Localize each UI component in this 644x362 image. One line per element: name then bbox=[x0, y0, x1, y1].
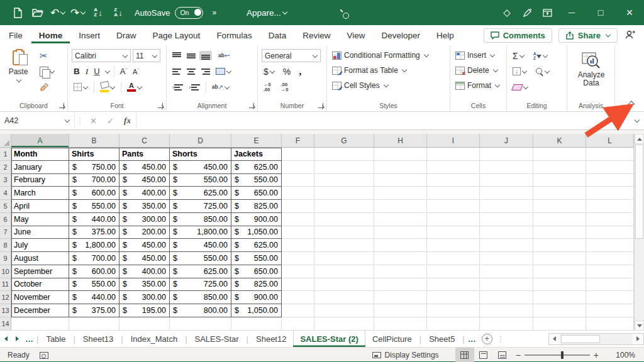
cell-H7[interactable] bbox=[374, 226, 427, 239]
cell-H11[interactable] bbox=[374, 278, 427, 292]
formula-input[interactable] bbox=[136, 112, 629, 129]
align-left-button[interactable] bbox=[170, 67, 183, 76]
cell-K10[interactable] bbox=[533, 265, 586, 278]
cell-E4[interactable]: $650.00 bbox=[231, 187, 282, 200]
paste-button[interactable]: Paste bbox=[4, 48, 33, 99]
top-align-button[interactable] bbox=[170, 51, 183, 60]
cell-I12[interactable] bbox=[427, 291, 480, 304]
cell-G11[interactable] bbox=[314, 278, 374, 292]
cell-A10[interactable]: September bbox=[11, 265, 69, 278]
cell-F9[interactable] bbox=[282, 252, 314, 265]
col-header-J[interactable]: J bbox=[480, 134, 533, 148]
cell-K9[interactable] bbox=[533, 252, 586, 265]
cell-H4[interactable] bbox=[374, 187, 427, 200]
row-header-9[interactable]: 9 bbox=[0, 252, 11, 265]
cell-H12[interactable] bbox=[374, 291, 427, 304]
cell-K12[interactable] bbox=[533, 291, 586, 304]
accounting-format-button[interactable]: $ bbox=[262, 66, 277, 77]
delete-cells-button[interactable]: Delete bbox=[454, 63, 503, 78]
insert-function-button[interactable]: fx bbox=[119, 112, 136, 129]
cell-B7[interactable]: $375.00 bbox=[69, 226, 119, 239]
cell-K6[interactable] bbox=[533, 213, 586, 226]
sheet-tab-sales-star-2[interactable]: SALES-Star (2) bbox=[293, 331, 365, 347]
cell-J14[interactable] bbox=[480, 317, 533, 331]
macro-record-button[interactable] bbox=[40, 352, 48, 359]
cell-G10[interactable] bbox=[314, 265, 374, 278]
cell-G4[interactable] bbox=[314, 187, 374, 200]
cell-F1[interactable] bbox=[282, 148, 314, 161]
cell-C2[interactable]: $450.00 bbox=[119, 161, 170, 174]
wrap-text-button[interactable]: ab↩ bbox=[216, 52, 231, 60]
cell-J4[interactable] bbox=[480, 187, 533, 200]
row-header-7[interactable]: 7 bbox=[0, 226, 11, 239]
cell-C8[interactable]: $450.00 bbox=[119, 239, 170, 252]
cell-J10[interactable] bbox=[480, 265, 533, 278]
cell-B8[interactable]: $1,800.00 bbox=[69, 239, 119, 252]
cell-H5[interactable] bbox=[374, 200, 427, 213]
cell-I14[interactable] bbox=[427, 317, 480, 331]
fill-button[interactable]: ↓ bbox=[511, 67, 529, 76]
cell-I4[interactable] bbox=[427, 187, 480, 200]
cell-B2[interactable]: $750.00 bbox=[69, 161, 119, 174]
whats-new-button[interactable] bbox=[517, 3, 537, 22]
col-header-F[interactable]: F bbox=[282, 134, 314, 148]
page-layout-view-button[interactable] bbox=[474, 348, 493, 362]
expand-formula-bar-button[interactable] bbox=[629, 112, 644, 129]
cell-E9[interactable]: $550.00 bbox=[231, 252, 282, 265]
cell-F11[interactable] bbox=[282, 278, 314, 292]
cell-L7[interactable] bbox=[586, 226, 634, 239]
cell-E13[interactable]: $1,050.00 bbox=[231, 304, 282, 317]
account-switch-button[interactable] bbox=[624, 30, 636, 41]
cell-A6[interactable]: May bbox=[11, 213, 69, 226]
cell-D12[interactable]: $850.00 bbox=[170, 291, 231, 304]
sheet-tab-sales-star[interactable]: SALES-Star bbox=[188, 331, 246, 347]
cell-B12[interactable]: $440.00 bbox=[69, 291, 119, 304]
cell-E5[interactable]: $825.00 bbox=[231, 200, 282, 213]
font-dialog-launcher[interactable] bbox=[158, 103, 164, 109]
cell-E11[interactable]: $825.00 bbox=[231, 278, 282, 292]
cell-L12[interactable] bbox=[586, 291, 634, 304]
decrease-font-size-button[interactable]: Aˇ bbox=[131, 67, 141, 76]
cell-C5[interactable]: $350.00 bbox=[119, 200, 170, 213]
row-header-3[interactable]: 3 bbox=[0, 174, 11, 187]
cell-A3[interactable]: February bbox=[11, 174, 69, 187]
percent-style-button[interactable]: % bbox=[281, 66, 292, 77]
cell-A5[interactable]: April bbox=[11, 200, 69, 213]
cell-A14[interactable] bbox=[11, 317, 69, 331]
font-color-button[interactable]: A bbox=[125, 82, 144, 92]
font-size-select[interactable]: 11 bbox=[133, 49, 160, 62]
cell-G6[interactable] bbox=[314, 213, 374, 226]
col-header-D[interactable]: D bbox=[170, 134, 231, 148]
cell-D5[interactable]: $725.00 bbox=[170, 200, 231, 213]
borders-button[interactable] bbox=[72, 82, 90, 92]
cell-A2[interactable]: January bbox=[11, 161, 69, 174]
align-right-button[interactable] bbox=[199, 67, 212, 76]
cell-L8[interactable] bbox=[586, 239, 634, 252]
scroll-right-button[interactable] bbox=[633, 334, 643, 344]
cell-L11[interactable] bbox=[586, 278, 634, 292]
cell-C14[interactable] bbox=[119, 317, 170, 331]
cell-F12[interactable] bbox=[282, 291, 314, 304]
sheet-tab-sheet13[interactable]: Sheet13 bbox=[76, 331, 120, 347]
ribbon-display-options-button[interactable] bbox=[537, 3, 557, 22]
cell-K2[interactable] bbox=[533, 161, 586, 174]
cell-J1[interactable] bbox=[480, 148, 533, 161]
cell-C4[interactable]: $400.00 bbox=[119, 187, 170, 200]
cell-A12[interactable]: November bbox=[11, 291, 69, 304]
cell-H6[interactable] bbox=[374, 213, 427, 226]
number-dialog-launcher[interactable] bbox=[318, 103, 324, 109]
cell-I8[interactable] bbox=[427, 239, 480, 252]
cell-A1[interactable]: Month bbox=[11, 148, 69, 161]
sheet-tab-table[interactable]: Table bbox=[39, 331, 72, 347]
cell-L10[interactable] bbox=[586, 265, 634, 278]
cell-I5[interactable] bbox=[427, 200, 480, 213]
cell-J6[interactable] bbox=[480, 213, 533, 226]
cell-L6[interactable] bbox=[586, 213, 634, 226]
cell-D11[interactable]: $725.00 bbox=[170, 278, 231, 292]
cell-L13[interactable] bbox=[586, 304, 634, 317]
increase-decimal-button[interactable]: ←0 .00 bbox=[262, 82, 273, 92]
cell-C12[interactable]: $300.00 bbox=[119, 291, 170, 304]
row-header-5[interactable]: 5 bbox=[0, 200, 11, 213]
fill-color-button[interactable] bbox=[98, 81, 117, 93]
copy-button[interactable] bbox=[38, 66, 57, 77]
